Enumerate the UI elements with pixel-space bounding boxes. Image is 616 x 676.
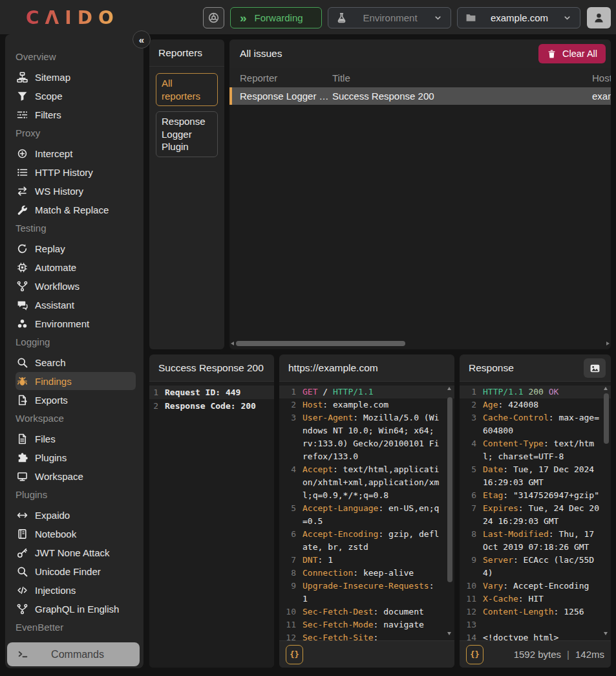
code-line: 6Accept-Encoding: gzip, deflate, br, zst… — [279, 528, 454, 554]
user-button[interactable] — [587, 7, 611, 28]
code-line: 10Vary: Accept-Encoding — [460, 580, 611, 593]
scroll-up-arrow-icon[interactable] — [447, 387, 451, 390]
column-header-reporter[interactable]: Reporter — [229, 72, 332, 83]
sidebar-item-unicode-finder[interactable]: Unicode Finder — [16, 562, 136, 580]
sidebar-item-environment[interactable]: Environment — [16, 314, 136, 333]
braces-icon[interactable]: {} — [466, 645, 483, 664]
sidebar-item-http-history[interactable]: HTTP History — [16, 163, 136, 181]
issues-horizontal-scrollbar[interactable] — [236, 341, 604, 346]
code-line: 8Last-Modified: Thu, 17 Oct 2019 07:18:2… — [460, 528, 611, 554]
sidebar-item-filters[interactable]: Filters — [16, 105, 136, 124]
clear-all-button[interactable]: Clear All — [538, 44, 606, 63]
sidebar-item-notebook[interactable]: Notebook — [16, 525, 136, 543]
request-code-editor[interactable]: 1GET / HTTP/1.12Host: example.com3User-A… — [279, 382, 454, 640]
sidebar-item-match-replace[interactable]: Match & Replace — [16, 201, 136, 219]
sidebar-item-plugins[interactable]: Plugins — [16, 448, 136, 466]
sidebar: OverviewSitemapScopeFiltersProxyIntercep… — [5, 34, 143, 668]
issue-cell: Response Logger Plugin — [229, 91, 332, 102]
request-panel: https://example.com 1GET / HTTP/1.12Host… — [279, 354, 454, 668]
sidebar-item-workspace[interactable]: Workspace — [16, 467, 136, 485]
response-scrollbar[interactable] — [604, 386, 609, 637]
sidebar-item-exports[interactable]: Exports — [16, 391, 136, 409]
scroll-down-arrow-icon[interactable] — [604, 632, 608, 635]
sidebar-item-scope[interactable]: Scope — [16, 87, 136, 105]
environment-dropdown-label: Environment — [354, 12, 427, 23]
footer-separator: | — [567, 649, 569, 660]
sidebar-item-jwt-none-attack[interactable]: JWT None Attack — [16, 543, 136, 562]
sidebar-item-injections[interactable]: Injections — [16, 581, 136, 599]
issues-title: All issues — [240, 48, 538, 60]
code-line: 3Cache-Control: max-age=604800 — [460, 411, 611, 437]
request-scrollbar[interactable] — [447, 386, 452, 637]
list-icon — [17, 167, 28, 178]
browser-icon — [207, 12, 220, 24]
scroll-left-arrow-icon[interactable] — [231, 342, 234, 345]
sidebar-item-sitemap[interactable]: Sitemap — [16, 68, 136, 86]
sidebar-item-label: Intercept — [35, 148, 72, 159]
scroll-down-arrow-icon[interactable] — [447, 632, 451, 635]
sitemap-icon — [17, 72, 28, 83]
key-icon — [17, 547, 28, 558]
section-header-logging: Logging — [16, 336, 143, 351]
forwarding-button[interactable]: » Forwarding — [230, 7, 322, 28]
sidebar-item-replay[interactable]: Replay — [16, 239, 136, 257]
code-line: 2Host: example.com — [279, 398, 454, 411]
column-header-title[interactable]: Title — [332, 72, 592, 83]
response-code-editor[interactable]: 1HTTP/1.1 200 OK2Age: 4240083Cache-Contr… — [460, 382, 611, 640]
bug-icon — [17, 376, 28, 387]
flask-icon — [336, 12, 347, 23]
scroll-up-arrow-icon[interactable] — [604, 387, 608, 390]
target-icon — [17, 148, 28, 159]
braces-icon[interactable]: {} — [286, 645, 303, 664]
issue-row[interactable]: Response Logger PluginSuccess Response 2… — [229, 87, 611, 105]
sidebar-item-label: Plugins — [35, 452, 67, 463]
issues-header: All issues Clear All — [229, 39, 611, 68]
image-icon — [589, 363, 600, 374]
chevrons-right-icon: » — [240, 12, 247, 24]
environment-dropdown[interactable]: Environment — [328, 7, 451, 28]
commands-button[interactable]: Commands — [7, 642, 140, 666]
sidebar-item-label: Findings — [35, 376, 72, 387]
code-line: 1GET / HTTP/1.1 — [279, 386, 454, 398]
sidebar-item-files[interactable]: Files — [16, 430, 136, 448]
scroll-right-arrow-icon[interactable] — [606, 342, 610, 345]
sidebar-item-findings[interactable]: Findings — [16, 372, 136, 390]
sidebar-item-ws-history[interactable]: WS History — [16, 182, 136, 200]
code-line: 7DNT: 1 — [279, 554, 454, 567]
code-line: 12Sec-Fetch-Site: — [279, 631, 454, 640]
book-icon — [17, 529, 28, 540]
render-image-button[interactable] — [584, 358, 606, 378]
sidebar-item-workflows[interactable]: Workflows — [16, 277, 136, 295]
sidebar-item-intercept[interactable]: Intercept — [16, 144, 136, 162]
sidebar-item-graphql-in-english[interactable]: GraphQL in English — [16, 600, 136, 618]
commands-label: Commands — [28, 649, 127, 660]
browser-button[interactable] — [203, 7, 224, 28]
sidebar-item-search[interactable]: Search — [16, 353, 136, 371]
response-footer: {} 1592 bytes | 142ms — [460, 640, 611, 668]
puzzle-icon — [17, 452, 28, 463]
chevron-down-icon — [562, 13, 572, 23]
section-header-plugins: Plugins — [16, 489, 143, 503]
code-line: 5Date: Tue, 17 Dec 2024 16:29:03 GMT — [460, 463, 611, 489]
top-bar: CΛIDO » Forwarding Environment example.c… — [0, 0, 616, 34]
sidebar-collapse-button[interactable]: « — [133, 30, 151, 49]
swap-icon — [17, 186, 28, 197]
code-line: 1HTTP/1.1 200 OK — [460, 386, 611, 398]
wrench-icon — [17, 204, 28, 215]
sidebar-item-assistant[interactable]: Assistant — [16, 296, 136, 314]
sidebar-item-label: Search — [35, 357, 66, 368]
sidebar-item-label: Injections — [35, 585, 76, 596]
reporter-filter-all-reporters[interactable]: All reporters — [156, 73, 218, 106]
issue-cell: example.com — [592, 91, 611, 102]
issues-panel: All issues Clear All ReporterTitleHost R… — [229, 39, 611, 349]
sidebar-item-label: Expaido — [35, 510, 70, 521]
sidebar-item-automate[interactable]: Automate — [16, 258, 136, 276]
project-dropdown[interactable]: example.com — [457, 7, 580, 28]
search-icon — [17, 357, 28, 368]
finding-code-editor[interactable]: 1Request ID: 4492Response Code: 200 — [149, 382, 274, 668]
reporter-filter-response-logger-plugin[interactable]: Response Logger Plugin — [156, 111, 218, 157]
sidebar-item-expaido[interactable]: Expaido — [16, 506, 136, 524]
section-header-testing: Testing — [16, 223, 143, 237]
column-header-host[interactable]: Host — [592, 72, 611, 83]
sidebar-nav: OverviewSitemapScopeFiltersProxyIntercep… — [16, 51, 143, 657]
